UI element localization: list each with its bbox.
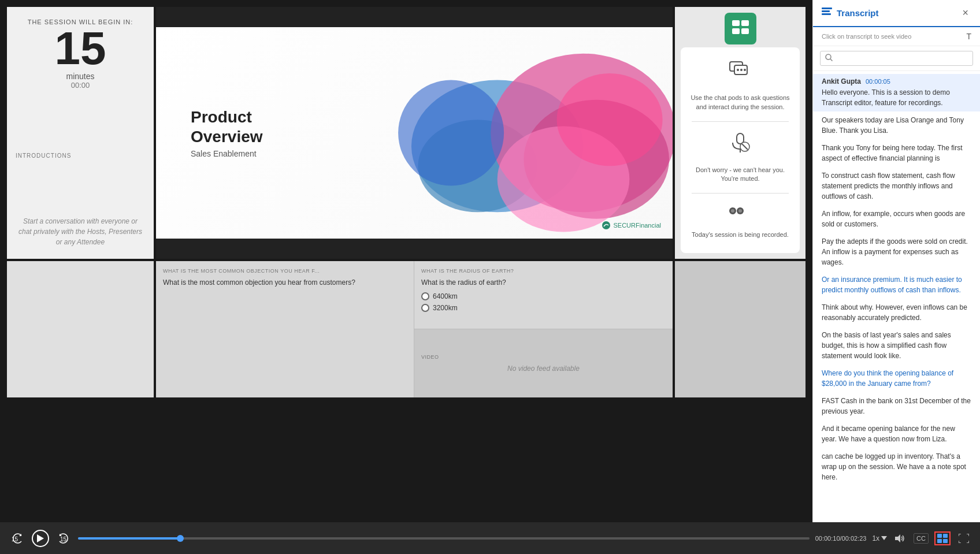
- svg-marker-35: [881, 536, 887, 540]
- play-button[interactable]: [32, 530, 49, 547]
- chat-panel: THE SESSION WILL BEGIN IN: 15 minutes 00…: [7, 7, 154, 259]
- transcript-header: Transcript ×: [813, 0, 980, 27]
- transcript-entry-6[interactable]: Or an insurance premium. It is much easi…: [813, 271, 980, 299]
- transcript-text-11: And it became opening balance for the ne…: [822, 423, 971, 444]
- svg-rect-27: [822, 13, 831, 15]
- svg-point-5: [557, 73, 663, 166]
- app-icon: [725, 13, 756, 44]
- transcript-search-area: [813, 46, 980, 71]
- speaker-name-0: Ankit Gupta: [822, 77, 861, 85]
- poll-option-1-text: 6400km: [433, 292, 458, 300]
- slide-panel: ProductOverview Sales Enablement: [156, 7, 673, 259]
- transcript-entry-7[interactable]: Think about why. However, even inflows c…: [813, 299, 980, 326]
- cc-button[interactable]: CC: [914, 533, 929, 544]
- transcript-text-0: Hello everyone. This is a session to dem…: [822, 87, 971, 108]
- transcript-text-3: To construct cash flow statement, cash f…: [822, 170, 971, 202]
- svg-rect-9: [741, 20, 749, 26]
- transcript-content: Ankit Gupta 00:00:05 Hello everyone. Thi…: [813, 71, 980, 522]
- svg-point-7: [602, 221, 610, 229]
- poll2-question: What is the radius of earth?: [421, 278, 666, 287]
- speaker-line-0: Ankit Gupta 00:00:05: [822, 77, 971, 85]
- transcript-entry-4[interactable]: An inflow, for example, occurs when good…: [813, 205, 980, 233]
- playback-bar: 15 15 00:00:10/00:02:23 1x: [0, 522, 980, 554]
- transcript-entry-1[interactable]: Our speakers today are Lisa Orange and T…: [813, 111, 980, 139]
- svg-rect-26: [822, 10, 830, 12]
- chat-info-text: Use the chat pods to ask questions and i…: [686, 94, 794, 111]
- transcript-title-area: Transcript: [822, 8, 879, 19]
- transcript-entry-0[interactable]: Ankit Gupta 00:00:05 Hello everyone. Thi…: [813, 74, 980, 111]
- slide-content: ProductOverview Sales Enablement: [156, 27, 673, 239]
- svg-point-28: [826, 54, 831, 60]
- progress-bar[interactable]: [78, 537, 810, 540]
- svg-rect-10: [732, 28, 740, 34]
- poll-radio-2[interactable]: [421, 304, 429, 312]
- slide-subtitle: Sales Enablement: [191, 149, 263, 158]
- search-input[interactable]: [836, 54, 968, 63]
- transcript-text-7: Think about why. However, even inflows c…: [822, 302, 971, 323]
- svg-point-14: [737, 69, 739, 71]
- transcript-panel: Transcript × Click on transcript to seek…: [812, 0, 980, 522]
- transcript-entry-5[interactable]: Pay the adepts if the goods were sold on…: [813, 233, 980, 271]
- svg-point-23: [731, 209, 734, 213]
- session-time: 00:00: [28, 81, 133, 90]
- poll-video-area: WHAT IS THE RADIUS OF EARTH? What is the…: [414, 261, 673, 397]
- svg-line-29: [830, 59, 833, 61]
- blob-shape: [388, 27, 673, 239]
- layout-button[interactable]: [934, 531, 951, 545]
- transcript-entry-12[interactable]: can cache be logged up in inventory. Tha…: [813, 448, 980, 486]
- svg-marker-32: [37, 534, 44, 542]
- transcript-title: Transcript: [837, 8, 879, 18]
- slide-header: [156, 7, 673, 27]
- record-icon-area: [728, 203, 752, 221]
- session-info: THE SESSION WILL BEGIN IN: 15 minutes 00…: [28, 18, 133, 90]
- transcript-entry-11[interactable]: And it became opening balance for the ne…: [813, 420, 980, 448]
- bottom-right-panel: [675, 261, 805, 397]
- slide-image: ProductOverview Sales Enablement: [156, 27, 673, 239]
- info-panel: Use the chat pods to ask questions and i…: [675, 7, 805, 259]
- video-panel: VIDEO No video feed available: [414, 329, 673, 397]
- transcript-icon: [822, 8, 832, 19]
- slide-text-area: ProductOverview Sales Enablement: [191, 107, 263, 158]
- layout-grid-icon: [937, 534, 948, 543]
- transcript-close-button[interactable]: ×: [959, 6, 971, 20]
- poll2-label: WHAT IS THE RADIUS OF EARTH?: [421, 268, 666, 274]
- no-video-text: No video feed available: [507, 365, 580, 373]
- transcript-entry-9[interactable]: Where do you think the opening balance o…: [813, 365, 980, 392]
- svg-point-24: [738, 209, 742, 213]
- search-wrapper: [820, 51, 973, 66]
- svg-rect-8: [732, 20, 740, 26]
- svg-point-6: [398, 80, 504, 186]
- progress-handle[interactable]: [177, 535, 184, 542]
- transcript-entry-3[interactable]: To construct cash flow statement, cash f…: [813, 167, 980, 205]
- poll-radio-1[interactable]: [421, 292, 429, 300]
- transcript-text-5: Pay the adepts if the goods were sold on…: [822, 236, 971, 267]
- transcript-text-1: Our speakers today are Lisa Orange and T…: [822, 115, 971, 136]
- transcript-text-9: Where do you think the opening balance o…: [822, 368, 971, 389]
- poll-option-2: 3200km: [421, 304, 666, 312]
- text-size-icon[interactable]: T: [966, 32, 971, 41]
- poll-option-2-text: 3200km: [433, 304, 458, 312]
- transcript-entry-10[interactable]: FAST Cash in the bank on 31st December o…: [813, 392, 980, 420]
- skip-back-button[interactable]: 15: [9, 530, 26, 547]
- svg-rect-25: [822, 8, 832, 9]
- speed-control[interactable]: 1x: [872, 534, 887, 542]
- playback-time: 00:00:10/00:02:23: [815, 535, 867, 542]
- poll-option-1: 6400km: [421, 292, 666, 300]
- content-area: THE SESSION WILL BEGIN IN: 15 minutes 00…: [0, 0, 812, 522]
- transcript-entry-8[interactable]: On the basis of last year's sales and sa…: [813, 326, 980, 365]
- slide-logo: SECURFinancial: [602, 221, 661, 230]
- transcript-entry-2[interactable]: Thank you Tony for being here today. The…: [813, 139, 980, 167]
- chat-icon-area: [729, 61, 752, 84]
- progress-fill: [78, 537, 180, 540]
- bottom-mid-panel: WHAT IS THE MOST COMMON OBJECTION YOU HE…: [156, 261, 673, 397]
- poll-panel-1: WHAT IS THE MOST COMMON OBJECTION YOU HE…: [156, 261, 414, 397]
- skip-fwd-button[interactable]: 15: [55, 530, 72, 547]
- svg-point-15: [740, 69, 743, 71]
- volume-button[interactable]: [893, 531, 908, 545]
- fullscreen-button[interactable]: [956, 531, 971, 545]
- svg-rect-11: [741, 28, 749, 34]
- speaker-time-0: 00:00:05: [866, 78, 890, 85]
- svg-text:15: 15: [60, 536, 67, 542]
- slide-footer: [156, 239, 673, 259]
- transcript-text-2: Thank you Tony for being here today. The…: [822, 143, 971, 163]
